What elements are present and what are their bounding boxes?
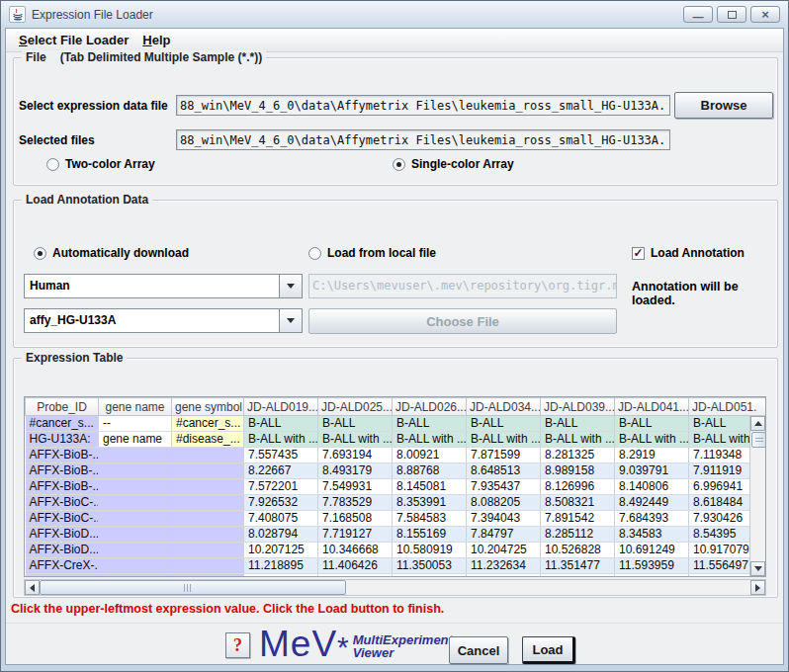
table-cell[interactable]: 8.2919 [615,448,689,463]
help-button[interactable]: ? [225,632,250,658]
two-color-radio[interactable]: Two-color Array [46,157,155,171]
table-cell[interactable] [99,511,172,527]
table-cell[interactable]: 8.989158 [541,463,615,479]
table-cell[interactable]: B-ALL [541,416,615,432]
table-cell[interactable] [99,527,172,543]
table-cell[interactable]: 8.281325 [541,448,615,463]
column-header[interactable]: JD-ALD034... [467,398,541,416]
table-cell[interactable]: 7.783529 [318,495,393,511]
table-cell[interactable] [172,448,244,463]
menu-help[interactable]: Help [135,31,177,49]
table-cell[interactable]: 7.871599 [467,448,541,463]
cancel-button[interactable]: Cancel [449,636,508,664]
minimize-button[interactable]: — [683,6,713,23]
table-cell[interactable]: 7.891542 [541,511,615,527]
table-cell[interactable]: AFFX-BioD... [26,543,99,558]
close-button[interactable]: × [750,6,780,23]
table-cell[interactable]: 7.684393 [615,511,689,527]
table-cell[interactable]: 11.613685 [318,574,393,578]
table-cell[interactable]: 8.145081 [393,479,467,495]
table-cell[interactable]: 8.508321 [541,495,615,511]
table-cell[interactable]: 8.492449 [615,495,689,511]
table-cell[interactable] [172,527,244,543]
browse-button[interactable]: Browse [674,92,773,119]
table-cell[interactable]: AFFX-BioC-... [26,495,99,511]
scroll-up-button[interactable] [750,416,765,431]
array-combo[interactable]: affy_HG-U133A [24,308,303,333]
table-cell[interactable]: 7.572201 [244,479,318,495]
table-cell[interactable] [172,479,244,495]
table-cell[interactable]: #cancer_s... [172,416,244,432]
single-color-radio[interactable]: Single-color Array [393,157,514,171]
column-header[interactable]: JD-ALD051. [689,398,767,416]
table-cell[interactable]: #disease_... [172,432,244,448]
table-cell[interactable] [172,543,244,558]
load-local-radio[interactable]: Load from local file [308,246,436,260]
table-cell[interactable]: 8.353991 [393,495,467,511]
horizontal-scroll-thumb[interactable] [40,580,346,595]
auto-download-radio[interactable]: Automatically download [34,246,189,260]
load-button[interactable]: Load [522,636,575,664]
table-cell[interactable]: 11.883938 [615,574,689,578]
table-cell[interactable]: 11.697612 [467,574,541,578]
table-cell[interactable]: B-ALL [318,416,393,432]
table-cell[interactable]: 11.503832 [244,574,318,578]
table-cell[interactable]: B-ALL with ... [244,432,318,448]
column-header[interactable]: Probe_ID [26,398,99,416]
table-cell[interactable]: 10.204725 [467,543,541,558]
table-cell[interactable]: 8.285112 [541,527,615,543]
table-cell[interactable] [172,574,244,578]
table-cell[interactable]: -- [99,416,172,432]
vertical-scrollbar[interactable] [749,415,766,577]
column-header[interactable]: JD-ALD019... [244,398,318,416]
table-cell[interactable]: AFFX-BioB-... [26,448,99,463]
table-cell[interactable]: 7.935437 [467,479,541,495]
table-cell[interactable]: 11.844216 [393,574,467,578]
horizontal-scrollbar[interactable] [24,579,766,596]
table-cell[interactable]: 11.406426 [318,558,393,574]
maximize-button[interactable] [717,6,746,23]
table-cell[interactable] [99,543,172,558]
table-cell[interactable]: 8.88768 [393,463,467,479]
selected-files-input[interactable] [176,129,670,150]
column-header[interactable]: JD-ALD025... [318,398,393,416]
table-cell[interactable]: B-ALL with ... [541,432,615,448]
table-cell[interactable]: 7.168508 [318,511,393,527]
species-combo[interactable]: Human [24,274,303,298]
table-cell[interactable]: 7.408075 [244,511,318,527]
table-cell[interactable] [99,479,172,495]
table-cell[interactable]: AFFX-BioB-... [26,463,99,479]
table-cell[interactable]: 8.00921 [393,448,467,463]
table-cell[interactable]: 10.207125 [244,543,318,558]
table-cell[interactable]: B-ALL with ... [393,432,467,448]
column-header[interactable]: JD-ALD039... [541,398,615,416]
table-cell[interactable]: AFFX-BioB-... [26,479,99,495]
table-cell[interactable] [99,574,172,578]
chevron-down-icon[interactable] [279,275,302,297]
table-cell[interactable]: 8.140806 [615,479,689,495]
menu-select-file-loader[interactable]: Select File Loader [12,31,135,49]
expression-file-input[interactable] [176,95,670,116]
table-cell[interactable]: B-ALL [615,416,689,432]
column-header[interactable]: JD-ALD041... [615,398,689,416]
column-header[interactable]: JD-ALD026... [393,398,467,416]
table-cell[interactable]: #cancer_s... [26,416,99,432]
table-cell[interactable]: 8.088205 [467,495,541,511]
table-cell[interactable]: 11.351477 [541,558,615,574]
table-cell[interactable]: 7.693194 [318,448,393,463]
table-cell[interactable]: 8.493179 [318,463,393,479]
table-cell[interactable]: AFFX-CreX-... [26,558,99,574]
table-cell[interactable]: 10.691249 [615,543,689,558]
table-cell[interactable]: 10.580919 [393,543,467,558]
table-cell[interactable]: 11.232634 [467,558,541,574]
table-cell[interactable]: AFFX-BioC-... [26,511,99,527]
table-cell[interactable]: 11.593959 [615,558,689,574]
table-cell[interactable]: 9.039791 [615,463,689,479]
table-cell[interactable]: 7.584583 [393,511,467,527]
table-cell[interactable]: 7.557435 [244,448,318,463]
table-cell[interactable] [99,463,172,479]
table-cell[interactable]: 8.126996 [541,479,615,495]
table-cell[interactable] [172,495,244,511]
table-cell[interactable]: AFFX-CreX-... [26,574,99,578]
table-cell[interactable]: AFFX-BioD... [26,527,99,543]
